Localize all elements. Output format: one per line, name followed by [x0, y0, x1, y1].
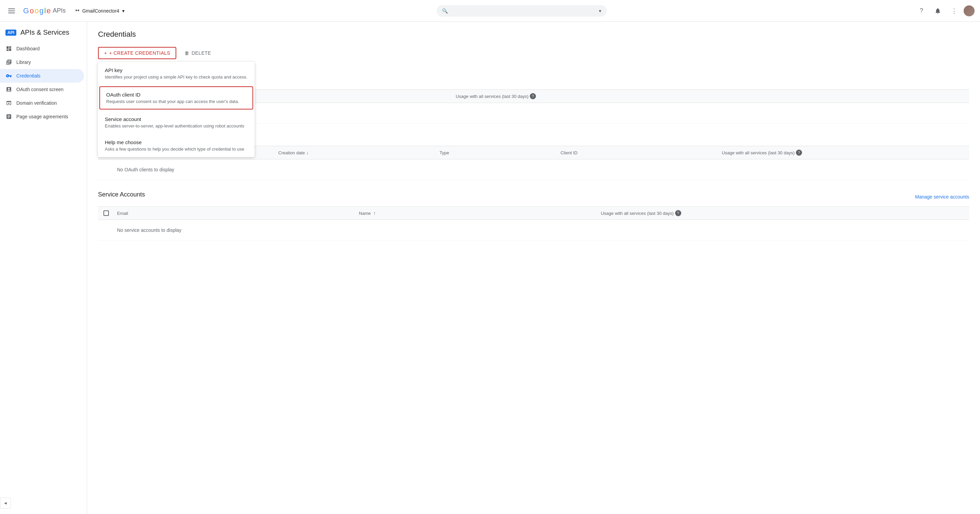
service-accounts-section: Service Accounts Manage service accounts…	[98, 191, 969, 241]
delete-button[interactable]: 🗑 DELETE	[179, 48, 216, 59]
menu-icon[interactable]	[5, 6, 18, 16]
sa-header-usage: Usage with all services (last 30 days) ?	[601, 210, 964, 216]
sidebar-item-label: Domain verification	[16, 100, 57, 106]
dropdown-item-title: API key	[105, 67, 248, 73]
sidebar-item-label: Library	[16, 59, 31, 65]
oauth-empty-text: No OAuth clients to display	[117, 163, 174, 176]
sidebar-item-dashboard[interactable]: Dashboard	[0, 42, 84, 56]
sort-down-icon: ↓	[306, 150, 309, 155]
service-accounts-table: Email Name ↑ Usage with all services (la…	[98, 206, 969, 241]
oauth-header-client-id: Client ID	[560, 150, 722, 155]
delete-label: DELETE	[192, 50, 211, 56]
library-icon	[5, 59, 12, 66]
main-content: Credentials + + CREATE CREDENTIALS 🗑 DEL…	[87, 22, 980, 514]
oauth-usage-help-icon[interactable]: ?	[796, 149, 802, 156]
sidebar-item-domain-verification[interactable]: Domain verification	[0, 96, 84, 110]
search-icon: 🔍	[442, 8, 448, 14]
header-usage-col: Usage with all services (last 30 days) ?	[456, 93, 964, 99]
dropdown-item-title: OAuth client ID	[106, 92, 247, 98]
domain-icon	[5, 100, 12, 106]
chevron-down-icon: ▾	[122, 8, 124, 14]
credentials-icon	[5, 72, 12, 79]
sa-empty-row: No service accounts to display	[98, 220, 969, 241]
oauth-icon	[5, 86, 12, 93]
page-usage-icon	[5, 113, 12, 120]
collapse-icon: ◄	[3, 501, 8, 506]
help-button[interactable]: ?	[915, 4, 928, 17]
dropdown-item-desc: Enables server-to-server, app-level auth…	[105, 124, 248, 128]
api-badge: API	[5, 30, 16, 36]
dropdown-item-service-account[interactable]: Service account Enables server-to-server…	[98, 111, 255, 134]
dropdown-item-title: Help me choose	[105, 140, 248, 145]
service-accounts-title: Service Accounts	[98, 191, 145, 198]
sidebar-title: APIs & Services	[21, 29, 69, 36]
dropdown-item-help-choose[interactable]: Help me choose Asks a few questions to h…	[98, 134, 255, 157]
sidebar-item-label: Credentials	[16, 73, 40, 79]
google-logo: Google APIs	[23, 6, 66, 15]
topbar-left: Google APIs •• GmailConnector4 ▾	[5, 5, 129, 16]
topbar: Google APIs •• GmailConnector4 ▾ 🔍 ▾ ? ⋮	[0, 0, 980, 22]
toolbar: + + CREATE CREDENTIALS 🗑 DELETE API key …	[98, 47, 969, 59]
sa-table-header: Email Name ↑ Usage with all services (la…	[98, 207, 969, 220]
usage-help-icon[interactable]: ?	[530, 93, 536, 99]
sidebar-item-label: OAuth consent screen	[16, 87, 64, 92]
search-dropdown-arrow-icon[interactable]: ▾	[599, 8, 601, 14]
sort-up-icon: ↑	[373, 210, 375, 216]
dropdown-item-desc: Asks a few questions to help you decide …	[105, 146, 248, 152]
create-credentials-label: + CREATE CREDENTIALS	[109, 50, 170, 56]
more-options-button[interactable]: ⋮	[947, 4, 961, 17]
sa-select-all-checkbox[interactable]	[103, 210, 109, 216]
sidebar-item-library[interactable]: Library	[0, 56, 84, 69]
dashboard-icon	[5, 45, 12, 52]
manage-service-accounts-link[interactable]: Manage service accounts	[915, 194, 969, 200]
search-bar: 🔍 ▾	[437, 5, 607, 17]
sidebar-item-oauth-consent[interactable]: OAuth consent screen	[0, 82, 84, 96]
plus-icon: +	[104, 50, 107, 56]
sa-empty-text: No service accounts to display	[117, 223, 181, 237]
oauth-header-usage: Usage with all services (last 30 days) ?	[722, 149, 964, 156]
dropdown-item-api-key[interactable]: API key Identifies your project using a …	[98, 62, 255, 85]
page-header: Credentials	[98, 30, 969, 39]
layout: API APIs & Services Dashboard Library Cr…	[0, 22, 980, 514]
sidebar: API APIs & Services Dashboard Library Cr…	[0, 22, 87, 514]
dropdown-item-desc: Identifies your project using a simple A…	[105, 75, 248, 79]
project-dots-icon: ••	[75, 7, 80, 14]
oauth-header-creation-date[interactable]: Creation date ↓	[278, 150, 440, 155]
topbar-search: 🔍 ▾	[129, 5, 915, 17]
service-accounts-header-row: Service Accounts Manage service accounts	[98, 191, 969, 202]
search-input[interactable]	[450, 8, 596, 14]
notifications-button[interactable]	[931, 4, 945, 17]
oauth-header-type: Type	[440, 150, 560, 155]
project-selector[interactable]: •• GmailConnector4 ▾	[71, 5, 129, 16]
sidebar-item-label: Dashboard	[16, 46, 40, 51]
sidebar-item-credentials[interactable]: Credentials	[0, 69, 84, 82]
sidebar-item-page-usage[interactable]: Page usage agreements	[0, 110, 84, 124]
sa-usage-help-icon[interactable]: ?	[675, 210, 681, 216]
delete-icon: 🗑	[185, 50, 189, 56]
project-name: GmailConnector4	[82, 8, 119, 14]
topbar-right: ? ⋮	[915, 4, 975, 17]
apis-text: APIs	[53, 7, 66, 14]
avatar[interactable]	[964, 5, 975, 16]
sidebar-item-label: Page usage agreements	[16, 114, 68, 119]
create-credentials-button[interactable]: + + CREATE CREDENTIALS	[98, 47, 176, 59]
sa-header-email: Email	[117, 211, 359, 216]
oauth-empty-row: No OAuth clients to display	[98, 159, 969, 180]
dropdown-item-desc: Requests user consent so that your app c…	[106, 99, 247, 104]
create-credentials-dropdown: API key Identifies your project using a …	[98, 62, 255, 157]
sa-header-name: Name ↑	[359, 210, 601, 216]
dropdown-item-oauth-client[interactable]: OAuth client ID Requests user consent so…	[99, 86, 253, 109]
dropdown-item-title: Service account	[105, 116, 248, 122]
page-title: Credentials	[98, 30, 136, 39]
collapse-sidebar-button[interactable]: ◄	[0, 498, 11, 509]
sidebar-header: API APIs & Services	[0, 24, 87, 42]
